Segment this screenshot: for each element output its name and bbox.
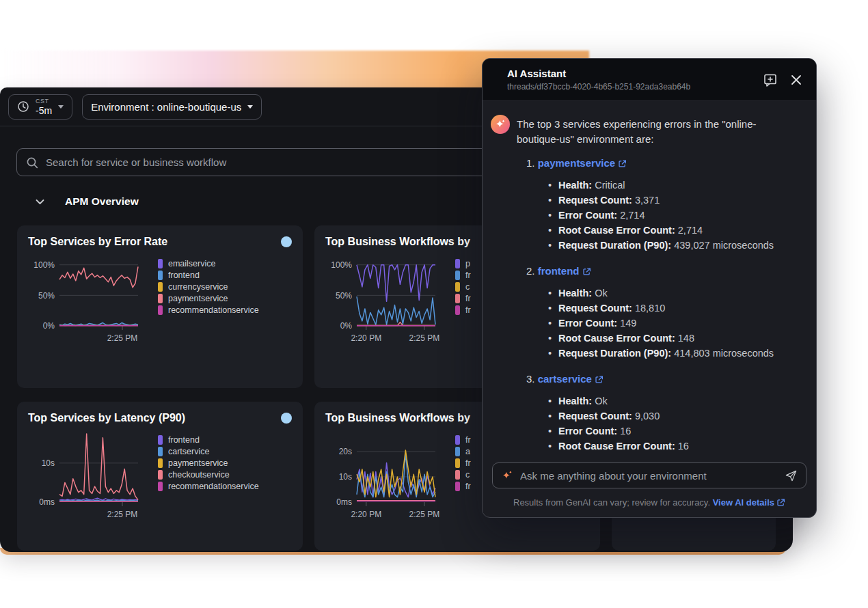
legend-swatch: [158, 271, 163, 280]
metric-item: Request Duration (P90): 439,027 microsec…: [547, 238, 802, 253]
ask-input-box[interactable]: [492, 462, 806, 488]
metric-item: Request Count: 9,030: [547, 409, 802, 424]
card-title: Top Business Workflows by: [325, 412, 470, 424]
x-axis-tick-label: 2:25 PM: [107, 510, 138, 519]
series-p: [357, 265, 435, 302]
close-icon: [790, 74, 802, 86]
legend-label: currencyservice: [168, 282, 228, 292]
service-link[interactable]: frontend: [538, 265, 591, 277]
legend-swatch: [158, 294, 163, 303]
legend-label: c: [465, 470, 470, 480]
chart-canvas: 10s0ms2:25 PM: [24, 428, 147, 524]
legend-swatch: [455, 305, 460, 315]
metric-label: Request Count:: [558, 303, 632, 314]
series-fr: [357, 322, 435, 326]
x-axis-tick-label: 2:25 PM: [409, 510, 440, 519]
legend-item: recommendationservice: [158, 482, 259, 491]
metric-value: 16: [675, 441, 689, 452]
metric-label: Error Count:: [558, 210, 617, 221]
legend-label: paymentservice: [168, 294, 228, 303]
metric-item: Request Duration (P90): 414,803 microsec…: [547, 346, 802, 361]
y-axis-tick-label: 0ms: [39, 497, 55, 507]
chart-legend: frafrcfr: [455, 435, 471, 493]
metric-label: Error Count:: [558, 426, 617, 437]
metric-label: Error Count:: [558, 318, 617, 329]
metric-value: 414,803 microseconds: [671, 348, 774, 359]
service-title: 3. cartservice: [526, 373, 802, 385]
close-button[interactable]: [790, 74, 802, 86]
card-top-services-latency: Top Services by Latency (P90) 10s0ms2:25…: [17, 402, 303, 551]
latency-chart: 10s0ms2:25 PMfrontendcartservicepayments…: [17, 424, 303, 524]
metric-value: 149: [617, 318, 636, 329]
legend-label: frontend: [168, 271, 200, 280]
legend-swatch: [158, 435, 163, 445]
time-range-button[interactable]: CST -5m: [8, 94, 72, 120]
legend-item: recommendationservice: [158, 305, 259, 315]
metric-value: Ok: [592, 396, 608, 406]
x-axis-tick-label: 2:20 PM: [351, 333, 381, 343]
y-axis-tick-label: 0%: [340, 321, 353, 331]
metric-item: Root Cause Error Count: 2,714: [547, 223, 802, 238]
chevron-down-icon: [247, 105, 253, 109]
new-thread-button[interactable]: [763, 72, 778, 87]
legend-swatch: [455, 294, 460, 303]
legend-item: p: [455, 259, 471, 268]
service-link[interactable]: cartservice: [538, 373, 603, 385]
service-metrics: Health: OkRequest Count: 9,030Error Coun…: [547, 394, 802, 454]
metric-item: Error Count: 149: [547, 316, 802, 331]
metric-label: Root Cause Error Count:: [558, 441, 675, 452]
send-icon: [785, 469, 798, 482]
legend-item: c: [455, 470, 471, 480]
legend-swatch: [158, 458, 163, 468]
metric-label: Root Cause Error Count:: [558, 333, 675, 344]
metric-label: Root Cause Error Count:: [558, 225, 675, 236]
legend-label: recommendationservice: [168, 305, 259, 315]
time-range-label: -5m: [36, 106, 52, 115]
metric-value: 2,714: [617, 210, 645, 221]
legend-swatch: [158, 305, 163, 315]
service-block: 1. paymentserviceHealth: CriticalRequest…: [526, 157, 802, 253]
ai-intro-message: The top 3 services experiencing errors i…: [517, 115, 794, 147]
y-axis-tick-label: 10s: [339, 472, 352, 482]
metric-item: Request Count: 18,810: [547, 301, 802, 316]
status-dot-icon: [281, 413, 292, 424]
card-title: Top Services by Latency (P90): [28, 412, 185, 424]
metric-label: Health:: [558, 396, 592, 406]
card-header: Top Services by Error Rate: [17, 225, 303, 248]
legend-item: currencyservice: [158, 282, 259, 292]
legend-item: checkoutservice: [158, 470, 259, 480]
environment-selector-button[interactable]: Environment : online-boutique-us: [82, 94, 262, 120]
chart-canvas: 20s10s0ms2:20 PM2:25 PM: [321, 428, 444, 524]
ai-assistant-panel: AI Assistant threads/df37bccb-4020-4b65-…: [482, 58, 817, 518]
y-axis-tick-label: 0%: [43, 321, 55, 331]
metric-value: 439,027 microseconds: [671, 240, 774, 251]
ask-ai-input[interactable]: [520, 470, 778, 482]
service-link[interactable]: paymentservice: [538, 157, 627, 169]
disclaimer-text: Results from GenAI can vary; review for …: [513, 497, 710, 508]
y-axis-tick-label: 100%: [33, 260, 55, 270]
sparkle-icon: [501, 469, 513, 482]
chevron-down-icon[interactable]: [36, 199, 44, 205]
legend-swatch: [158, 447, 163, 456]
legend-label: frontend: [168, 435, 200, 445]
external-link-icon: [582, 267, 591, 276]
legend-label: checkoutservice: [168, 470, 230, 480]
x-axis-tick-label: 2:25 PM: [107, 333, 138, 343]
card-title: Top Business Workflows by: [325, 236, 470, 248]
metric-value: 16: [617, 426, 631, 437]
legend-item: fr: [455, 271, 471, 280]
legend-label: recommendationservice: [168, 482, 259, 491]
legend-item: frontend: [158, 435, 259, 445]
legend-swatch: [455, 470, 460, 480]
y-axis-tick-label: 0ms: [336, 497, 352, 507]
legend-swatch: [158, 259, 163, 268]
metric-item: Error Count: 16: [547, 424, 802, 439]
service-index: 1.: [526, 157, 538, 169]
view-ai-details-link[interactable]: View AI details: [713, 497, 785, 508]
service-block: 3. cartserviceHealth: OkRequest Count: 9…: [526, 373, 802, 454]
legend-label: fr: [465, 482, 471, 491]
send-button[interactable]: [785, 469, 798, 482]
legend-label: c: [465, 282, 470, 292]
series-fr: [357, 296, 435, 324]
legend-item: cartservice: [158, 447, 259, 456]
